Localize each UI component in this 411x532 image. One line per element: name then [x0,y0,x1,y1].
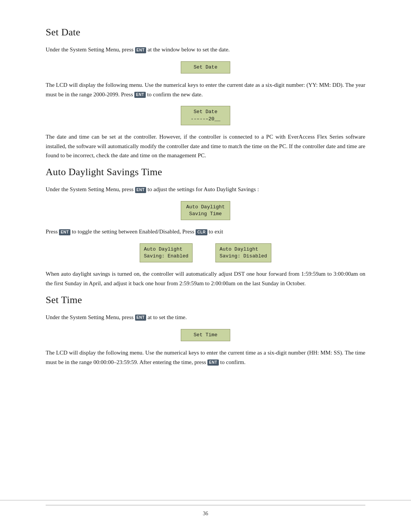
lcd-set-date-2: Set Date --–--–20__ [181,106,230,125]
lcd-set-date-1-wrap: Set Date [46,61,365,73]
page-footer: 36 [0,500,411,517]
ent-badge-1: ENT [135,47,147,53]
set-time-para2-text: The LCD will display the following menu.… [46,350,365,365]
lcd-auto-dst-main: Auto Daylight Saving Time [181,201,230,220]
set-date-para2: The LCD will display the following menu.… [46,80,365,99]
auto-dst-para1-after: to adjust the settings for Auto Daylight… [148,186,259,192]
auto-dst-para2-after: to exit [209,228,223,235]
lcd-dst-enabled: Auto Daylight Saving: Enabled [140,243,193,262]
auto-dst-para2-before: Press [46,228,59,235]
lcd-set-time-1: Set Time [181,329,230,341]
auto-dst-section: Auto Daylight Savings Time Under the Sys… [46,166,365,288]
set-time-para1: Under the System Setting Menu, press ENT… [46,313,365,322]
set-time-para2-after: to confirm. [220,359,246,365]
set-date-section: Set Date Under the System Setting Menu, … [46,27,365,160]
auto-dst-para1: Under the System Setting Menu, press ENT… [46,185,365,194]
ent-badge-2: ENT [134,92,146,98]
set-date-para2-after: to confirm the new date. [147,91,203,97]
lcd-set-date-2-wrap: Set Date --–--–20__ [46,106,365,125]
page-number: 36 [203,511,208,516]
auto-dst-para2: Press ENT to toggle the setting between … [46,227,365,236]
set-date-para1-before: Under the System Setting Menu, press [46,46,135,53]
lcd-auto-dst-main-wrap: Auto Daylight Saving Time [46,201,365,220]
lcd-dst-disabled: Auto Daylight Saving: Disabled [215,243,271,262]
set-date-heading: Set Date [46,27,365,38]
ent-badge-5: ENT [135,315,147,321]
auto-dst-para3: When auto daylight savings is turned on,… [46,269,365,288]
set-time-heading: Set Time [46,294,365,306]
set-time-para2: The LCD will display the following menu.… [46,348,365,367]
clr-badge-1: CLR [196,229,207,235]
auto-dst-heading: Auto Daylight Savings Time [46,166,365,178]
set-time-para1-after: at to set the time. [148,314,187,320]
set-date-para3: The date and time can be set at the cont… [46,132,365,160]
set-date-para1-after: at the window below to set the date. [148,46,230,53]
set-time-section: Set Time Under the System Setting Menu, … [46,294,365,367]
auto-dst-para1-before: Under the System Setting Menu, press [46,186,135,192]
set-date-para2-text: The LCD will display the following menu.… [46,82,365,97]
set-time-para1-before: Under the System Setting Menu, press [46,314,135,320]
ent-badge-6: ENT [207,359,219,366]
auto-dst-para2-mid: to toggle the setting between Enabled/Di… [72,228,196,235]
page-container: Set Date Under the System Setting Menu, … [0,0,411,532]
ent-badge-4: ENT [59,229,70,235]
lcd-set-time-1-wrap: Set Time [46,329,365,341]
ent-badge-3: ENT [135,187,147,193]
lcd-set-date-1: Set Date [181,61,230,73]
lcd-dst-states-wrap: Auto Daylight Saving: Enabled Auto Dayli… [46,243,365,262]
footer-rule: 36 [46,505,365,517]
set-date-para1: Under the System Setting Menu, press ENT… [46,45,365,54]
